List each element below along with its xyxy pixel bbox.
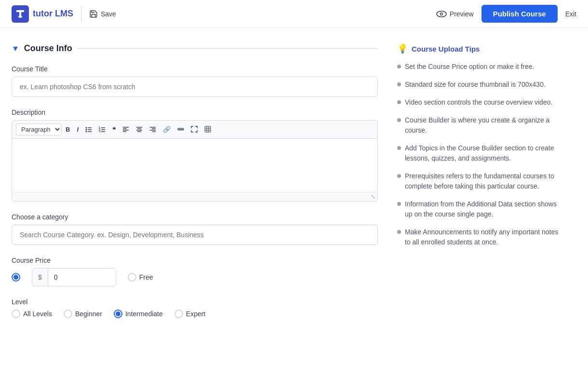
paragraph-select[interactable]: Paragraph: [16, 123, 62, 135]
price-input-wrap: $: [32, 268, 116, 286]
ordered-list-button[interactable]: 1. 2. 3.: [96, 124, 108, 135]
free-radio[interactable]: [128, 273, 136, 282]
svg-text:3.: 3.: [99, 130, 101, 133]
align-center-button[interactable]: [133, 124, 146, 135]
tip-text-0: Set the Course Price option or make it f…: [405, 62, 534, 72]
align-right-button[interactable]: [147, 124, 159, 135]
tips-list: Set the Course Price option or make it f…: [397, 62, 561, 247]
tip-bullet-1: [397, 82, 401, 86]
level-expert-radio[interactable]: [174, 310, 183, 318]
tip-bullet-7: [397, 230, 401, 234]
free-radio-label[interactable]: Free: [128, 273, 153, 282]
align-left-button[interactable]: [120, 124, 132, 135]
tip-text-6: Information from the Additional Data sec…: [405, 199, 561, 219]
chevron-icon: ▼: [12, 44, 19, 53]
category-label: Choose a category: [12, 213, 378, 221]
section-divider: [77, 48, 378, 49]
left-panel: ▼ Course Info Course Title Description P…: [12, 43, 397, 330]
unordered-list-button[interactable]: [82, 124, 95, 135]
price-radio[interactable]: [12, 273, 20, 282]
ordered-list-icon: 1. 2. 3.: [99, 126, 106, 133]
exit-button[interactable]: Exit: [565, 10, 576, 18]
editor-resize-handle: ⤡: [12, 192, 377, 201]
tip-bullet-4: [397, 146, 401, 150]
section-title: Course Info: [24, 43, 72, 54]
header-left: tutor LMS Save: [12, 5, 116, 23]
svg-point-1: [437, 11, 446, 17]
header-right: Preview Publish Course Exit: [436, 5, 576, 23]
app-header: tutor LMS Save Preview Publish Course Ex…: [0, 0, 588, 28]
level-all-radio[interactable]: [12, 310, 20, 318]
course-title-input[interactable]: [12, 77, 378, 97]
category-input[interactable]: [12, 225, 378, 245]
tips-title: Course Upload Tips: [412, 45, 480, 53]
tip-item-4: Add Topics in the Course Builder section…: [397, 143, 561, 163]
table-button[interactable]: [201, 124, 214, 135]
align-left-icon: [122, 126, 129, 133]
tip-item-2: Video section controls the course overvi…: [397, 97, 561, 108]
price-row: $ Free: [12, 268, 378, 286]
level-beginner-text: Beginner: [75, 310, 102, 318]
tip-text-7: Make Announcements to notify any importa…: [405, 227, 561, 247]
tip-item-5: Prerequisites refers to the fundamental …: [397, 171, 561, 191]
description-label: Description: [12, 108, 378, 116]
level-intermediate-radio[interactable]: [114, 310, 122, 318]
quote-button[interactable]: ❝: [109, 124, 119, 135]
tip-item-1: Standard size for course thumbnail is 70…: [397, 80, 561, 90]
horizontal-rule-button[interactable]: [174, 124, 187, 135]
tip-item-3: Course Builder is where you create & org…: [397, 115, 561, 135]
tip-text-3: Course Builder is where you create & org…: [405, 115, 561, 135]
level-all-label[interactable]: All Levels: [12, 310, 52, 318]
preview-label: Preview: [450, 10, 474, 18]
svg-point-5: [86, 129, 87, 130]
level-intermediate-label[interactable]: Intermediate: [114, 310, 163, 318]
link-button[interactable]: 🔗: [160, 124, 174, 135]
align-center-icon: [136, 126, 143, 133]
tip-text-1: Standard size for course thumbnail is 70…: [405, 80, 546, 90]
course-title-label: Course Title: [12, 65, 378, 73]
description-editor[interactable]: [12, 139, 377, 192]
save-icon: [89, 10, 98, 18]
level-expert-label[interactable]: Expert: [174, 310, 205, 318]
price-input[interactable]: [48, 269, 116, 286]
free-label: Free: [139, 273, 153, 281]
preview-icon: [436, 11, 447, 17]
level-beginner-label[interactable]: Beginner: [64, 310, 102, 318]
tips-icon: 💡: [397, 43, 408, 54]
logo-icon: [12, 5, 29, 23]
editor-container: Paragraph B I: [12, 120, 378, 202]
svg-rect-29: [205, 126, 211, 132]
tips-header: 💡 Course Upload Tips: [397, 43, 561, 54]
logo: tutor LMS: [12, 5, 73, 23]
italic-button[interactable]: I: [74, 124, 81, 135]
table-icon: [204, 126, 211, 133]
category-group: Choose a category: [12, 213, 378, 245]
bold-button[interactable]: B: [63, 124, 73, 135]
editor-toolbar: Paragraph B I: [12, 121, 377, 139]
tip-bullet-3: [397, 118, 401, 122]
unordered-list-icon: [85, 126, 92, 133]
fullscreen-button[interactable]: [188, 124, 200, 135]
svg-point-3: [86, 127, 87, 128]
svg-point-2: [440, 13, 442, 15]
price-currency: $: [32, 269, 48, 286]
header-divider: [81, 6, 81, 22]
price-group: Course Price $ Free: [12, 256, 378, 286]
level-group: Level All Levels Beginner Intermediate E…: [12, 298, 378, 318]
save-label: Save: [101, 10, 116, 18]
level-beginner-radio[interactable]: [64, 310, 72, 318]
level-intermediate-text: Intermediate: [125, 310, 163, 318]
price-label: Course Price: [12, 256, 378, 264]
tip-bullet-0: [397, 65, 401, 68]
save-button[interactable]: Save: [89, 10, 116, 18]
tip-item-6: Information from the Additional Data sec…: [397, 199, 561, 219]
tip-item-7: Make Announcements to notify any importa…: [397, 227, 561, 247]
publish-button[interactable]: Publish Course: [481, 5, 558, 23]
tip-bullet-5: [397, 174, 401, 178]
logo-text: tutor LMS: [33, 9, 73, 19]
preview-button[interactable]: Preview: [436, 10, 474, 18]
course-title-group: Course Title: [12, 65, 378, 97]
tip-text-5: Prerequisites refers to the fundamental …: [405, 171, 561, 191]
level-label: Level: [12, 298, 378, 306]
svg-point-7: [86, 131, 87, 132]
